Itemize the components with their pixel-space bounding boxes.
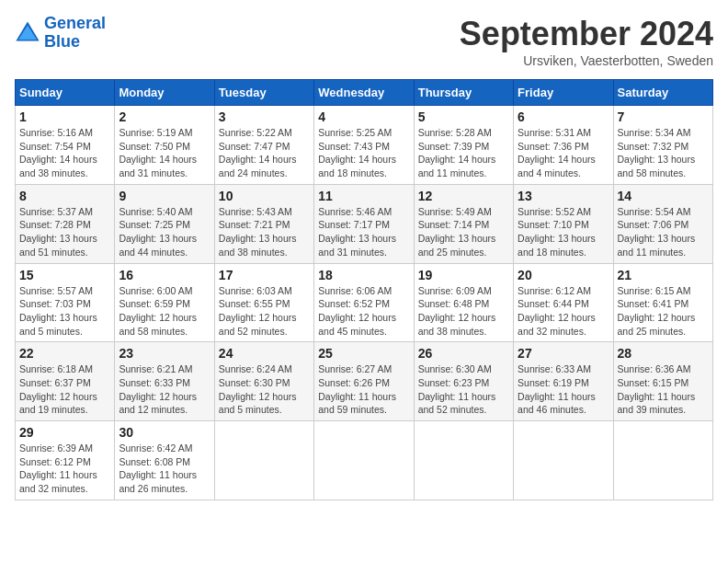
day-cell: 24Sunrise: 6:24 AM Sunset: 6:30 PM Dayli…: [214, 342, 313, 421]
day-info: Sunrise: 6:24 AM Sunset: 6:30 PM Dayligh…: [219, 362, 310, 417]
day-number: 18: [318, 268, 409, 282]
day-number: 15: [19, 268, 110, 282]
header-sunday: Sunday: [16, 80, 115, 106]
day-info: Sunrise: 5:40 AM Sunset: 7:25 PM Dayligh…: [119, 205, 210, 259]
day-info: Sunrise: 6:33 AM Sunset: 6:19 PM Dayligh…: [518, 362, 609, 417]
calendar-subtitle: Ursviken, Vaesterbotten, Sweden: [460, 53, 713, 68]
day-number: 25: [318, 346, 409, 361]
day-number: 16: [119, 268, 210, 282]
day-cell: 15Sunrise: 5:57 AM Sunset: 7:03 PM Dayli…: [16, 263, 115, 342]
day-info: Sunrise: 5:34 AM Sunset: 7:32 PM Dayligh…: [618, 126, 709, 180]
day-number: 14: [618, 189, 709, 203]
day-info: Sunrise: 6:06 AM Sunset: 6:52 PM Dayligh…: [318, 284, 409, 339]
day-info: Sunrise: 6:36 AM Sunset: 6:15 PM Dayligh…: [618, 362, 709, 417]
logo: General Blue: [15, 15, 106, 52]
day-cell: [414, 421, 513, 500]
day-info: Sunrise: 5:16 AM Sunset: 7:54 PM Dayligh…: [19, 126, 110, 180]
day-info: Sunrise: 5:54 AM Sunset: 7:06 PM Dayligh…: [618, 205, 709, 259]
week-row-3: 15Sunrise: 5:57 AM Sunset: 7:03 PM Dayli…: [16, 263, 713, 342]
day-cell: 1Sunrise: 5:16 AM Sunset: 7:54 PM Daylig…: [16, 106, 115, 185]
logo-text: General Blue: [44, 15, 106, 52]
day-info: Sunrise: 5:43 AM Sunset: 7:21 PM Dayligh…: [219, 205, 310, 259]
day-cell: 7Sunrise: 5:34 AM Sunset: 7:32 PM Daylig…: [613, 106, 712, 185]
day-cell: 20Sunrise: 6:12 AM Sunset: 6:44 PM Dayli…: [514, 263, 613, 342]
day-info: Sunrise: 5:25 AM Sunset: 7:43 PM Dayligh…: [318, 126, 409, 180]
day-info: Sunrise: 5:57 AM Sunset: 7:03 PM Dayligh…: [19, 284, 110, 339]
day-cell: 16Sunrise: 6:00 AM Sunset: 6:59 PM Dayli…: [115, 263, 214, 342]
day-info: Sunrise: 6:09 AM Sunset: 6:48 PM Dayligh…: [418, 284, 509, 339]
day-number: 4: [318, 109, 409, 124]
day-cell: 9Sunrise: 5:40 AM Sunset: 7:25 PM Daylig…: [115, 184, 214, 263]
day-cell: 5Sunrise: 5:28 AM Sunset: 7:39 PM Daylig…: [414, 106, 513, 185]
week-row-2: 8Sunrise: 5:37 AM Sunset: 7:28 PM Daylig…: [16, 184, 713, 263]
day-cell: 18Sunrise: 6:06 AM Sunset: 6:52 PM Dayli…: [314, 263, 414, 342]
day-info: Sunrise: 6:27 AM Sunset: 6:26 PM Dayligh…: [318, 362, 409, 417]
day-cell: 13Sunrise: 5:52 AM Sunset: 7:10 PM Dayli…: [514, 184, 613, 263]
day-cell: 11Sunrise: 5:46 AM Sunset: 7:17 PM Dayli…: [314, 184, 414, 263]
day-cell: 3Sunrise: 5:22 AM Sunset: 7:47 PM Daylig…: [214, 106, 313, 185]
day-cell: 10Sunrise: 5:43 AM Sunset: 7:21 PM Dayli…: [214, 184, 313, 263]
day-cell: [613, 421, 712, 500]
day-number: 29: [19, 425, 110, 440]
calendar-title: September 2024: [460, 15, 713, 53]
day-cell: 12Sunrise: 5:49 AM Sunset: 7:14 PM Dayli…: [414, 184, 513, 263]
day-number: 8: [19, 189, 110, 203]
header-saturday: Saturday: [613, 80, 712, 106]
title-section: September 2024 Ursviken, Vaesterbotten, …: [460, 15, 713, 68]
calendar-table: Sunday Monday Tuesday Wednesday Thursday…: [15, 79, 713, 500]
week-row-1: 1Sunrise: 5:16 AM Sunset: 7:54 PM Daylig…: [16, 106, 713, 185]
day-number: 22: [19, 346, 110, 361]
day-info: Sunrise: 5:19 AM Sunset: 7:50 PM Dayligh…: [119, 126, 210, 180]
day-number: 27: [518, 346, 609, 361]
day-cell: 29Sunrise: 6:39 AM Sunset: 6:12 PM Dayli…: [16, 421, 115, 500]
header-monday: Monday: [115, 80, 214, 106]
header-thursday: Thursday: [414, 80, 513, 106]
week-row-4: 22Sunrise: 6:18 AM Sunset: 6:37 PM Dayli…: [16, 342, 713, 421]
day-number: 7: [618, 109, 709, 124]
day-number: 24: [219, 346, 310, 361]
day-number: 13: [518, 189, 609, 203]
day-cell: 14Sunrise: 5:54 AM Sunset: 7:06 PM Dayli…: [613, 184, 712, 263]
day-number: 19: [418, 268, 509, 282]
day-cell: 4Sunrise: 5:25 AM Sunset: 7:43 PM Daylig…: [314, 106, 414, 185]
day-cell: 23Sunrise: 6:21 AM Sunset: 6:33 PM Dayli…: [115, 342, 214, 421]
logo-line2: Blue: [44, 32, 80, 51]
day-cell: [314, 421, 414, 500]
day-info: Sunrise: 5:37 AM Sunset: 7:28 PM Dayligh…: [19, 205, 110, 259]
day-info: Sunrise: 6:12 AM Sunset: 6:44 PM Dayligh…: [518, 284, 609, 339]
day-info: Sunrise: 6:30 AM Sunset: 6:23 PM Dayligh…: [418, 362, 509, 417]
day-number: 12: [418, 189, 509, 203]
day-cell: 17Sunrise: 6:03 AM Sunset: 6:55 PM Dayli…: [214, 263, 313, 342]
day-info: Sunrise: 6:15 AM Sunset: 6:41 PM Dayligh…: [618, 284, 709, 339]
day-number: 3: [219, 109, 310, 124]
day-info: Sunrise: 5:31 AM Sunset: 7:36 PM Dayligh…: [518, 126, 609, 180]
day-info: Sunrise: 6:39 AM Sunset: 6:12 PM Dayligh…: [19, 442, 110, 496]
day-info: Sunrise: 6:18 AM Sunset: 6:37 PM Dayligh…: [19, 362, 110, 417]
day-cell: 28Sunrise: 6:36 AM Sunset: 6:15 PM Dayli…: [613, 342, 712, 421]
day-number: 1: [19, 109, 110, 124]
header-friday: Friday: [514, 80, 613, 106]
day-number: 17: [219, 268, 310, 282]
day-cell: 19Sunrise: 6:09 AM Sunset: 6:48 PM Dayli…: [414, 263, 513, 342]
day-number: 2: [119, 109, 210, 124]
day-number: 11: [318, 189, 409, 203]
day-cell: 6Sunrise: 5:31 AM Sunset: 7:36 PM Daylig…: [514, 106, 613, 185]
day-cell: 8Sunrise: 5:37 AM Sunset: 7:28 PM Daylig…: [16, 184, 115, 263]
day-number: 5: [418, 109, 509, 124]
day-cell: [514, 421, 613, 500]
day-info: Sunrise: 6:03 AM Sunset: 6:55 PM Dayligh…: [219, 284, 310, 339]
day-info: Sunrise: 6:21 AM Sunset: 6:33 PM Dayligh…: [119, 362, 210, 417]
day-number: 10: [219, 189, 310, 203]
day-cell: 21Sunrise: 6:15 AM Sunset: 6:41 PM Dayli…: [613, 263, 712, 342]
day-info: Sunrise: 5:46 AM Sunset: 7:17 PM Dayligh…: [318, 205, 409, 259]
day-info: Sunrise: 6:00 AM Sunset: 6:59 PM Dayligh…: [119, 284, 210, 339]
day-number: 20: [518, 268, 609, 282]
page-header: General Blue September 2024 Ursviken, Va…: [15, 15, 713, 68]
header-row: Sunday Monday Tuesday Wednesday Thursday…: [16, 80, 713, 106]
day-info: Sunrise: 5:22 AM Sunset: 7:47 PM Dayligh…: [219, 126, 310, 180]
day-cell: 25Sunrise: 6:27 AM Sunset: 6:26 PM Dayli…: [314, 342, 414, 421]
logo-icon: [15, 20, 40, 46]
header-wednesday: Wednesday: [314, 80, 414, 106]
day-info: Sunrise: 6:42 AM Sunset: 6:08 PM Dayligh…: [119, 442, 210, 496]
day-number: 6: [518, 109, 609, 124]
